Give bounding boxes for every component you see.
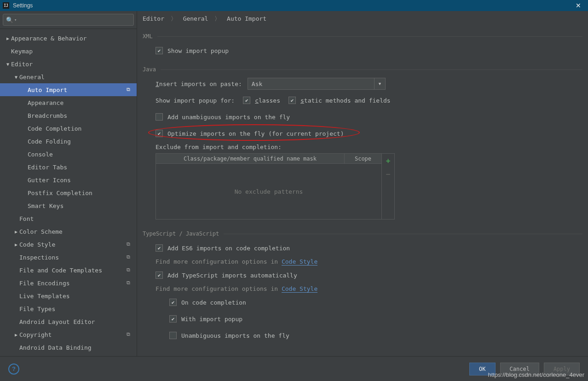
- table-empty: No exclude patterns: [156, 164, 381, 219]
- sidebar-item-label: Editor: [11, 61, 133, 68]
- sidebar-item-label: Appearance: [28, 99, 133, 106]
- sidebar-item-label: Live Templates: [19, 293, 133, 300]
- insert-imports-dropdown[interactable]: Ask ▼: [248, 78, 386, 90]
- sidebar-item-label: Android Data Binding: [19, 344, 133, 351]
- sidebar-item[interactable]: ▶Appearance & Behavior: [0, 32, 137, 45]
- sidebar-item[interactable]: ▶Copyright⧉: [0, 328, 137, 341]
- cancel-button[interactable]: Cancel: [500, 363, 539, 375]
- sidebar-item[interactable]: Gutter Icons: [0, 173, 137, 186]
- section-title: Java: [143, 66, 156, 73]
- footer: ? OK Cancel Apply: [0, 356, 588, 381]
- chevron-right-icon: ▶: [13, 242, 19, 247]
- sidebar-item-label: Code Folding: [28, 138, 133, 145]
- sidebar-item[interactable]: ▼General: [0, 70, 137, 83]
- hint-text: Find more configuration options in Code …: [156, 285, 582, 292]
- section-tsjs: TypeScript / JavaScript: [137, 231, 588, 237]
- sidebar-item[interactable]: Android Data Binding: [0, 341, 137, 354]
- sidebar-item-label: File and Code Templates: [19, 267, 127, 274]
- add-icon[interactable]: +: [386, 156, 391, 165]
- checkbox-with-import-popup[interactable]: [169, 315, 177, 323]
- search-field[interactable]: [17, 17, 131, 23]
- sidebar-item[interactable]: Font: [0, 212, 137, 225]
- sidebar-item[interactable]: Smart Keys: [0, 199, 137, 212]
- sidebar-item[interactable]: Console: [0, 148, 137, 161]
- settings-tree: ▶Appearance & BehaviorKeymap▼Editor▼Gene…: [0, 29, 137, 356]
- sidebar: 🔍 ▾ ▶Appearance & BehaviorKeymap▼Editor▼…: [0, 11, 137, 356]
- column-header[interactable]: Scope: [345, 154, 381, 163]
- code-style-link[interactable]: Code Style: [282, 285, 317, 293]
- sidebar-item[interactable]: Appearance: [0, 96, 137, 109]
- project-scope-icon: ⧉: [127, 87, 133, 93]
- section-java: Java: [137, 66, 588, 73]
- sidebar-item[interactable]: Postfix Completion: [0, 186, 137, 199]
- sidebar-item[interactable]: Breadcrumbs: [0, 109, 137, 122]
- checkbox-add-unambiguous[interactable]: [156, 113, 163, 121]
- sidebar-item[interactable]: Code Folding: [0, 135, 137, 148]
- checkbox-add-ts[interactable]: [156, 271, 163, 279]
- breadcrumb-seg[interactable]: General: [183, 15, 208, 22]
- sidebar-item[interactable]: Editor Tabs: [0, 161, 137, 173]
- sidebar-item-label: Android Layout Editor: [19, 318, 133, 325]
- breadcrumb-seg[interactable]: Editor: [143, 15, 164, 22]
- sidebar-item[interactable]: ▶Color Scheme: [0, 225, 137, 238]
- sidebar-item[interactable]: Inspections⧉: [0, 251, 137, 264]
- breadcrumb-seg[interactable]: Auto Import: [227, 15, 266, 22]
- checkbox-unambiguous-imports[interactable]: [169, 332, 177, 339]
- sidebar-item-label: Font: [19, 215, 133, 222]
- section-title: TypeScript / JavaScript: [143, 231, 219, 237]
- chevron-right-icon: ▶: [13, 332, 19, 337]
- search-input[interactable]: 🔍 ▾: [3, 14, 134, 26]
- code-style-link[interactable]: Code Style: [282, 258, 317, 266]
- breadcrumb-sep-icon: 〉: [171, 15, 177, 22]
- checkbox-label: On code completion: [181, 299, 246, 306]
- breadcrumb: Editor 〉 General 〉 Auto Import: [137, 15, 588, 29]
- checkbox-add-es6[interactable]: [156, 244, 163, 252]
- chevron-down-icon: ▼: [13, 75, 19, 80]
- sidebar-item-label: Breadcrumbs: [28, 112, 133, 119]
- sidebar-item-label: Auto Import: [28, 87, 127, 93]
- sidebar-item[interactable]: File Encodings⧉: [0, 277, 137, 289]
- sidebar-item[interactable]: Live Templates: [0, 289, 137, 302]
- hint-text: Find more configuration options in Code …: [156, 258, 582, 265]
- sidebar-item[interactable]: Keymap: [0, 45, 137, 58]
- checkbox-classes[interactable]: [243, 97, 250, 104]
- sidebar-item-label: General: [19, 74, 133, 81]
- checkbox-label: With import popup: [181, 316, 242, 323]
- sidebar-item-label: Code Style: [19, 241, 127, 248]
- sidebar-item[interactable]: ▶Code Style⧉: [0, 238, 137, 251]
- sidebar-item-label: File Types: [19, 306, 133, 312]
- sidebar-item[interactable]: ▼Editor: [0, 58, 137, 70]
- sidebar-item[interactable]: Code Completion: [0, 122, 137, 135]
- sidebar-item-label: Editor Tabs: [28, 164, 133, 171]
- sidebar-item[interactable]: File Types: [0, 302, 137, 315]
- checkbox-label: Unambiguous imports on the fly: [181, 332, 289, 339]
- sidebar-item-label: Postfix Completion: [28, 190, 133, 196]
- sidebar-item-label: Appearance & Behavior: [11, 35, 133, 42]
- sidebar-item-label: Copyright: [19, 331, 127, 338]
- ok-button[interactable]: OK: [469, 363, 495, 375]
- project-scope-icon: ⧉: [127, 331, 133, 338]
- insert-imports-label: Insert imports on paste:: [156, 81, 242, 87]
- sidebar-item[interactable]: Auto Import⧉: [0, 83, 137, 96]
- column-header[interactable]: Class/package/member qualified name mask: [156, 154, 345, 163]
- help-icon[interactable]: ?: [8, 364, 19, 375]
- sidebar-item[interactable]: File and Code Templates⧉: [0, 264, 137, 277]
- section-xml: XML: [137, 33, 588, 40]
- sidebar-item[interactable]: Android Layout Editor: [0, 315, 137, 328]
- checkbox-static[interactable]: [288, 97, 296, 104]
- dropdown-value: Ask: [248, 81, 374, 87]
- sidebar-item-label: Console: [28, 151, 133, 158]
- checkbox-on-code-completion[interactable]: [169, 299, 177, 306]
- sidebar-item-label: Inspections: [19, 254, 127, 261]
- close-icon[interactable]: ✕: [571, 2, 585, 9]
- remove-icon: −: [386, 170, 391, 179]
- checkbox-label: classes: [255, 97, 280, 104]
- apply-button: Apply: [544, 363, 580, 375]
- checkbox-xml-show-popup[interactable]: [156, 47, 163, 54]
- checkbox-optimize-imports[interactable]: [156, 130, 163, 137]
- checkbox-label: Add unambiguous imports on the fly: [167, 114, 290, 121]
- window-title: Settings: [13, 2, 33, 9]
- sidebar-item-label: Keymap: [11, 48, 133, 55]
- content-panel: Editor 〉 General 〉 Auto Import XML Show …: [137, 11, 588, 356]
- chevron-down-icon: ▼: [374, 78, 385, 89]
